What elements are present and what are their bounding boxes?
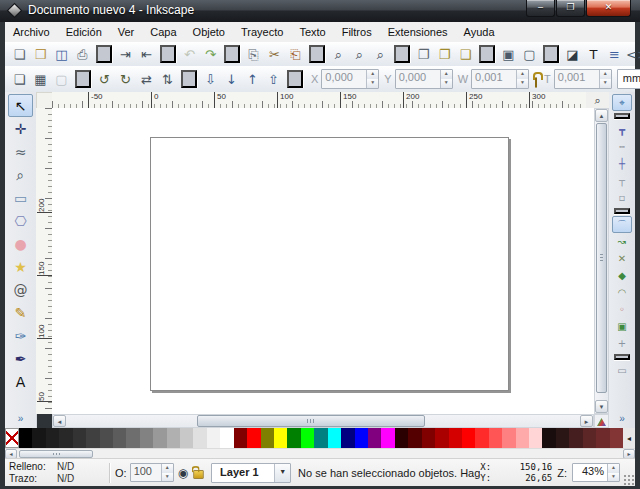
cut-button[interactable]: ✂ xyxy=(264,44,285,65)
unit-dropdown[interactable]: mm ▼ xyxy=(617,69,640,89)
palette-swatch[interactable] xyxy=(113,428,126,448)
snap-midpoints-button[interactable]: ◦ xyxy=(612,301,632,318)
menu-item[interactable]: Texto xyxy=(291,23,333,42)
tool-pen[interactable]: ✑ xyxy=(8,324,33,347)
horizontal-scrollbar[interactable]: ◄ ► xyxy=(52,414,594,428)
snap-path-intersections-button[interactable]: ✕ xyxy=(612,250,632,267)
x-spinner[interactable]: ▲▼ xyxy=(366,70,378,88)
palette-swatch[interactable] xyxy=(287,428,300,448)
palette-swatch[interactable] xyxy=(46,428,59,448)
tool-calligraphy[interactable]: ✒ xyxy=(8,347,33,370)
menu-item[interactable]: Trayecto xyxy=(233,23,291,42)
palette-swatch[interactable] xyxy=(247,428,260,448)
palette-swatch[interactable] xyxy=(502,428,515,448)
palette-swatch[interactable] xyxy=(153,428,166,448)
palette-swatch[interactable] xyxy=(100,428,113,448)
y-spinner[interactable]: ▲▼ xyxy=(440,70,452,88)
snap-rotation-centers-button[interactable]: + xyxy=(612,335,632,352)
unlink-clone-button[interactable]: ❑ xyxy=(455,44,476,65)
scroll-up-arrow[interactable]: ▲ xyxy=(595,109,608,122)
duplicate-button[interactable]: ❐ xyxy=(413,44,434,65)
palette-swatch[interactable] xyxy=(435,428,448,448)
snap-bbox-edges-button[interactable]: ┅ xyxy=(612,138,632,155)
snap-page-border-button[interactable]: ▭ xyxy=(612,362,632,379)
palette-swatch[interactable] xyxy=(207,428,220,448)
palette-swatch[interactable] xyxy=(59,428,72,448)
snap-cusp-nodes-button[interactable]: ◆ xyxy=(612,267,632,284)
palette-swatch[interactable] xyxy=(328,428,341,448)
palette-none-swatch[interactable] xyxy=(5,428,19,448)
xml-editor-button[interactable]: <> xyxy=(625,44,640,65)
quick-zoom-button[interactable]: ⌕ xyxy=(586,92,609,108)
layer-dropdown-arrow-icon[interactable]: ▼ xyxy=(274,464,290,482)
palette-overflow-arrow[interactable]: ◂ xyxy=(623,428,635,448)
palette-swatch[interactable] xyxy=(355,428,368,448)
palette-swatch[interactable] xyxy=(220,428,233,448)
palette-swatch[interactable] xyxy=(314,428,327,448)
horizontal-ruler[interactable]: -50050100150200250300350 xyxy=(52,92,586,109)
flip-vertical-button[interactable]: ⇅ xyxy=(157,69,178,90)
layer-visibility-eye-icon[interactable]: ◉ xyxy=(178,466,188,480)
palette-swatch[interactable] xyxy=(167,428,180,448)
save-button[interactable]: ◫ xyxy=(51,44,72,65)
palette-swatch[interactable] xyxy=(583,428,596,448)
palette-swatch[interactable] xyxy=(489,428,502,448)
vertical-scrollbar-thumb[interactable] xyxy=(596,123,607,393)
y-field[interactable]: 0,000 ▲▼ xyxy=(395,69,453,89)
group-button[interactable]: ▣ xyxy=(498,44,519,65)
tool-tweak[interactable]: ≈ xyxy=(8,140,33,163)
palette-swatch[interactable] xyxy=(408,428,421,448)
lock-ratio-icon[interactable] xyxy=(535,77,537,88)
raise-to-top-button[interactable]: ⇧ xyxy=(263,69,284,90)
palette-swatch[interactable] xyxy=(193,428,206,448)
import-button[interactable]: ⇥ xyxy=(115,44,136,65)
palette-swatch[interactable] xyxy=(19,428,32,448)
palette-scrollbar-thumb[interactable] xyxy=(19,450,93,458)
paste-button[interactable]: ⎗ xyxy=(285,44,306,65)
menu-item[interactable]: Ver xyxy=(110,23,143,42)
select-all-button[interactable]: ❏ xyxy=(9,69,30,90)
snap-paths-button[interactable]: ↝ xyxy=(612,233,632,250)
raise-button[interactable]: ↑ xyxy=(242,69,263,90)
palette-swatch[interactable] xyxy=(529,428,542,448)
palette-swatch[interactable] xyxy=(395,428,408,448)
layers-dialog-button[interactable]: ≡ xyxy=(604,44,625,65)
zoom-field[interactable]: 43% ▲▼ xyxy=(572,463,620,482)
x-field[interactable]: 0,000 ▲▼ xyxy=(321,69,379,89)
palette-swatch[interactable] xyxy=(126,428,139,448)
palette-swatch[interactable] xyxy=(381,428,394,448)
palette-swatch[interactable] xyxy=(234,428,247,448)
opacity-field[interactable]: 100 ▲▼ xyxy=(130,463,174,482)
palette-swatch[interactable] xyxy=(596,428,609,448)
lower-button[interactable]: ↓ xyxy=(221,69,242,90)
palette-swatch[interactable] xyxy=(542,428,555,448)
minimize-button[interactable]: – xyxy=(526,0,555,17)
palette-swatch[interactable] xyxy=(261,428,274,448)
layer-lock-icon[interactable] xyxy=(193,470,203,479)
zoom-spinner[interactable]: ▲▼ xyxy=(607,464,619,481)
palette-swatch[interactable] xyxy=(274,428,287,448)
open-document-button[interactable]: ❒ xyxy=(30,44,51,65)
height-spinner[interactable]: ▲▼ xyxy=(599,70,611,88)
export-button[interactable]: ⇤ xyxy=(136,44,157,65)
document-page[interactable] xyxy=(150,137,509,391)
snap-bbox-button[interactable]: ┳ xyxy=(612,121,632,138)
tool-ellipse[interactable]: ● xyxy=(8,232,33,255)
print-button[interactable]: ⎙ xyxy=(72,44,93,65)
zoom-drawing-button[interactable]: ⌕ xyxy=(349,44,370,65)
color-managed-display-toggle[interactable] xyxy=(594,414,609,428)
tool-3dbox[interactable]: ⎔ xyxy=(8,209,33,232)
palette-swatch[interactable] xyxy=(301,428,314,448)
snap-nodes-button[interactable]: ⌒ xyxy=(612,216,632,233)
width-field[interactable]: 0,001 ▲▼ xyxy=(471,69,529,89)
menu-item[interactable]: Extensiones xyxy=(380,23,456,42)
tool-zoom[interactable]: ⌕ xyxy=(8,163,33,186)
toolbox-overflow-chevron[interactable]: » xyxy=(18,413,24,424)
maximize-button[interactable]: ❐ xyxy=(556,0,585,17)
vertical-ruler[interactable]: 200150100500 xyxy=(36,108,53,414)
rotate-cw-button[interactable]: ↻ xyxy=(115,69,136,90)
palette-swatch[interactable] xyxy=(516,428,529,448)
snap-enable-button[interactable]: ⌖ xyxy=(612,94,632,111)
new-document-button[interactable]: ❏ xyxy=(9,44,30,65)
menu-item[interactable]: Filtros xyxy=(334,23,380,42)
